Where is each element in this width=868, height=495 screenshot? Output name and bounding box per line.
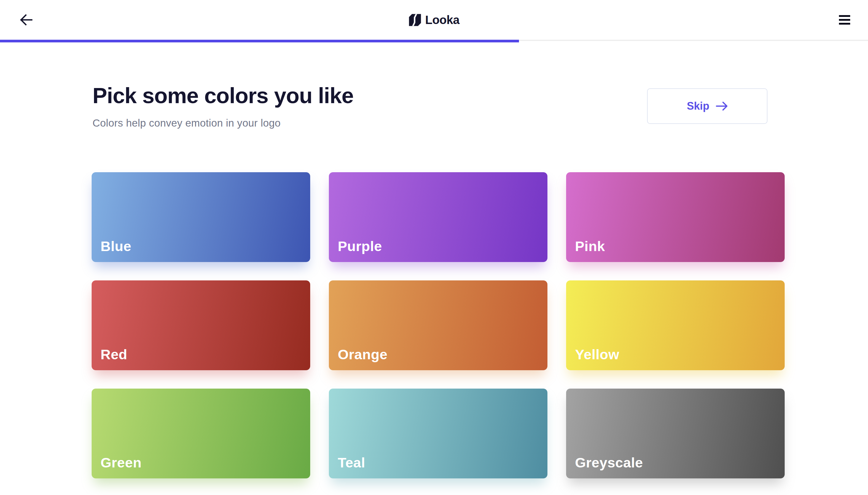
color-card-label: Orange [338, 346, 388, 362]
color-card-label: Greyscale [575, 455, 643, 471]
color-card-yellow[interactable]: Yellow [566, 280, 785, 370]
page-title: Pick some colors you like [93, 83, 353, 108]
color-card-label: Red [101, 346, 127, 362]
color-card-green[interactable]: Green [91, 389, 310, 478]
color-card-label: Teal [338, 455, 365, 471]
color-card-orange[interactable]: Orange [329, 280, 547, 370]
color-card-pink[interactable]: Pink [566, 172, 785, 262]
color-card-teal[interactable]: Teal [329, 389, 547, 478]
back-button[interactable] [18, 13, 34, 28]
brand-name: Looka [425, 13, 460, 27]
page-subtitle: Colors help convey emotion in your logo [93, 117, 353, 129]
hamburger-menu-button[interactable] [839, 13, 851, 27]
arrow-right-icon [716, 101, 728, 111]
progress-fill [0, 40, 519, 42]
onboarding-progress-bar [0, 40, 868, 43]
color-card-label: Green [101, 455, 141, 471]
skip-button-label: Skip [687, 100, 710, 112]
color-card-blue[interactable]: Blue [91, 172, 310, 262]
color-card-label: Pink [575, 238, 605, 254]
skip-button[interactable]: Skip [647, 88, 767, 124]
arrow-left-icon [19, 14, 33, 27]
color-card-red[interactable]: Red [91, 280, 310, 370]
top-header: Looka [0, 0, 868, 40]
color-cards-grid: Blue Purple Pink Red Orange Yellow Green… [91, 172, 785, 478]
brand-logo: Looka [408, 13, 460, 27]
headline-block: Pick some colors you like Colors help co… [93, 83, 353, 129]
color-card-label: Blue [101, 238, 131, 254]
color-card-label: Purple [338, 238, 382, 254]
hamburger-menu-icon [839, 15, 850, 17]
color-card-purple[interactable]: Purple [329, 172, 547, 262]
looka-logo-icon [408, 14, 421, 26]
color-card-greyscale[interactable]: Greyscale [566, 389, 785, 478]
color-card-label: Yellow [575, 346, 619, 362]
